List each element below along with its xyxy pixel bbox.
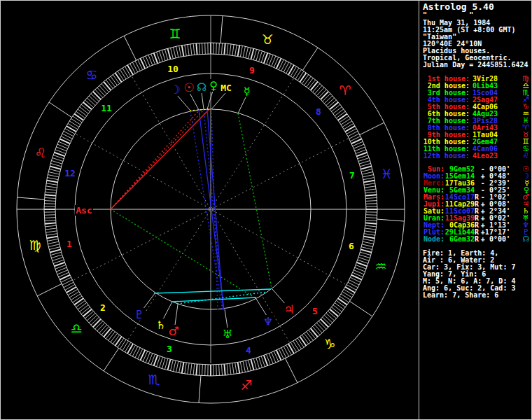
- degree-tick: [170, 48, 173, 59]
- degree-tick: [196, 43, 197, 55]
- degree-tick: [330, 102, 338, 109]
- degree-tick: [47, 181, 58, 183]
- degree-tick: [188, 44, 189, 55]
- degree-tick: [321, 319, 328, 327]
- degree-tick: [162, 358, 165, 368]
- degree-tick: [309, 330, 316, 339]
- degree-tick: [113, 74, 119, 83]
- degree-tick: [52, 158, 63, 161]
- degree-tick: [48, 172, 59, 174]
- sign-glyph-pisces: ♓: [380, 166, 392, 181]
- degree-tick: [216, 365, 217, 376]
- degree-tick: [173, 47, 176, 58]
- degree-tick: [78, 109, 87, 116]
- degree-tick: [71, 118, 80, 125]
- degree-tick: [76, 111, 85, 118]
- sign-glyph-sagittarius: ♐: [240, 377, 252, 393]
- degree-tick: [99, 325, 107, 333]
- sign-glyph-taurus: ♉: [261, 31, 273, 47]
- house-number: 6: [349, 241, 354, 251]
- sign-glyph-scorpio: ♏: [148, 372, 160, 387]
- degree-tick: [132, 62, 138, 72]
- degree-tick: [71, 294, 80, 300]
- planet-pointer-line: [211, 93, 225, 109]
- degree-tick: [120, 69, 126, 78]
- degree-tick: [338, 113, 347, 120]
- degree-tick: [232, 44, 234, 55]
- degree-tick: [66, 287, 76, 293]
- degree-tick: [335, 303, 344, 310]
- degree-tick: [348, 131, 358, 136]
- degree-tick: [340, 296, 349, 302]
- degree-tick: [362, 172, 373, 174]
- degree-tick: [300, 337, 306, 346]
- degree-tick: [323, 317, 331, 325]
- sign-boundary: [18, 197, 45, 200]
- degree-tick: [235, 45, 237, 56]
- degree-tick: [188, 363, 189, 374]
- degree-tick: [185, 45, 187, 56]
- sign-boundary: [377, 219, 404, 221]
- degree-tick: [159, 357, 162, 368]
- degree-tick: [284, 62, 289, 72]
- planet-pointer-line: [238, 97, 246, 113]
- mc-label: MC: [220, 83, 232, 93]
- house-number: 3: [167, 344, 172, 354]
- degree-tick: [358, 158, 369, 161]
- degree-tick: [74, 113, 83, 120]
- degree-tick: [202, 365, 203, 376]
- degree-tick: [190, 44, 192, 55]
- degree-tick: [89, 96, 97, 104]
- degree-tick: [46, 186, 57, 188]
- degree-tick: [64, 131, 74, 136]
- degree-tick: [50, 249, 60, 252]
- degree-tick: [48, 175, 59, 177]
- aspect-line: [154, 289, 271, 293]
- degree-tick: [323, 94, 331, 102]
- degree-tick: [363, 175, 374, 177]
- planet-glyph-mars: ♂: [168, 324, 178, 338]
- degree-tick: [332, 307, 340, 314]
- degree-tick: [348, 282, 358, 288]
- degree-tick: [46, 231, 57, 232]
- house-number: 8: [316, 106, 321, 117]
- degree-tick: [363, 239, 374, 241]
- degree-tick: [333, 106, 342, 113]
- degree-tick: [366, 201, 377, 202]
- degree-tick: [120, 340, 126, 349]
- aspect-line: [111, 209, 255, 298]
- degree-tick: [281, 61, 286, 71]
- degree-tick: [97, 323, 105, 331]
- sidebar-separator: [419, 1, 419, 419]
- degree-tick: [44, 204, 55, 204]
- sign-glyph-capricorn: ♑: [323, 336, 335, 351]
- degree-tick: [167, 359, 170, 370]
- planet-icon: ☊: [522, 236, 529, 243]
- degree-tick: [102, 83, 108, 92]
- chart-info: Thu May 31, 198411:25am (ST +8:00 GMT)"T…: [423, 20, 528, 69]
- degree-tick: [364, 234, 375, 236]
- degree-tick: [162, 50, 165, 60]
- degree-tick: [47, 237, 58, 239]
- planet-pointer-line: [190, 93, 199, 110]
- degree-tick: [179, 46, 181, 57]
- degree-tick: [127, 344, 133, 354]
- sign-glyph-virgo: ♍: [29, 237, 41, 253]
- degree-tick: [248, 48, 251, 59]
- degree-tick: [365, 189, 376, 190]
- sign-boundary: [49, 102, 72, 118]
- degree-tick: [47, 239, 58, 241]
- degree-tick: [52, 258, 63, 261]
- degree-tick: [281, 348, 286, 358]
- planet-pointer-line: [163, 302, 172, 319]
- degree-tick: [230, 44, 231, 55]
- degree-tick: [307, 78, 314, 87]
- degree-tick: [251, 48, 253, 59]
- degree-tick: [326, 314, 335, 321]
- planet-glyph-node: ☊: [197, 80, 206, 94]
- degree-tick: [293, 341, 299, 351]
- aspect-line: [111, 110, 209, 209]
- degree-tick: [304, 333, 312, 342]
- degree-tick: [50, 252, 61, 255]
- chart-name: " ": [423, 12, 473, 19]
